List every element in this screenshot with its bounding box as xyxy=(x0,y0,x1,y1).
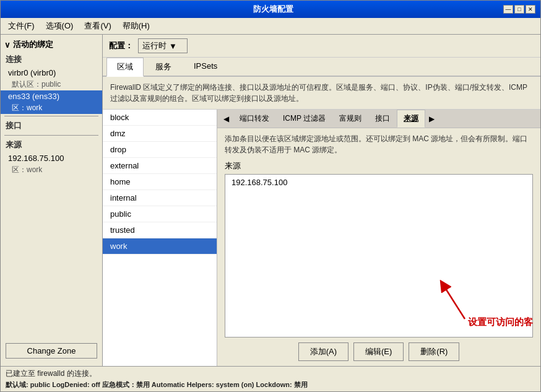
detail-tabs-right-arrow[interactable]: ▶ xyxy=(425,112,438,126)
status-bar: 已建立至 firewalld 的连接。 默认域: public LogDenie… xyxy=(1,366,540,391)
sources-description: 添加条目以便在该区域绑定源地址或范围。还可以绑定到 MAC 源地址，但会有所限制… xyxy=(225,133,533,155)
sidebar: ∨ 活动的绑定 连接 virbr0 (virbr0) 默认区：public en… xyxy=(1,35,103,366)
detail-tab-rich-rules[interactable]: 富规则 xyxy=(332,110,368,128)
sidebar-group-interfaces: 接口 xyxy=(1,118,102,133)
right-panel: 配置： 运行时 ▼ 区域 服务 IPSets FirewallD 区域定义了绑定… xyxy=(103,35,540,366)
delete-button[interactable]: 删除(R) xyxy=(409,342,459,361)
window-title: 防火墙配置 xyxy=(43,4,503,15)
zone-item-block[interactable]: block xyxy=(103,110,217,126)
window-controls: — □ ✕ xyxy=(503,5,535,14)
main-tabs: 区域 服务 IPSets xyxy=(103,58,540,77)
dropdown-arrow-icon: ▼ xyxy=(169,41,177,51)
config-bar: 配置： 运行时 ▼ xyxy=(103,35,540,58)
zone-list: block dmz drop external home internal pu… xyxy=(103,110,217,366)
detail-tabs-left-arrow[interactable]: ◀ xyxy=(220,112,233,126)
sidebar-item-ens33[interactable]: ens33 (ens33) xyxy=(1,90,102,102)
source-item-ip[interactable]: 192.168.75.100 xyxy=(225,175,532,190)
sidebar-section-label: 活动的绑定 xyxy=(13,39,53,50)
zone-item-public[interactable]: public xyxy=(103,206,217,222)
edit-button[interactable]: 编辑(E) xyxy=(353,342,404,361)
zone-item-external[interactable]: external xyxy=(103,158,217,174)
tab-zones[interactable]: 区域 xyxy=(106,58,144,77)
sources-buttons: 添加(A) 编辑(E) 删除(R) xyxy=(225,342,533,361)
detail-tab-sources[interactable]: 来源 xyxy=(397,110,425,128)
zone-item-work[interactable]: work xyxy=(103,238,217,255)
sidebar-section-active-bindings[interactable]: ∨ 活动的绑定 xyxy=(1,37,102,52)
sources-panel: 添加条目以便在该区域绑定源地址或范围。还可以绑定到 MAC 源地址，但会有所限制… xyxy=(217,128,540,366)
sources-list-wrapper: 192.168.75.100 设置可访问的客户机 xyxy=(225,174,533,338)
zone-item-home[interactable]: home xyxy=(103,174,217,190)
status-line1: 已建立至 firewalld 的连接。 xyxy=(6,368,535,379)
change-zone-button[interactable]: Change Zone xyxy=(6,343,97,359)
zone-item-dmz[interactable]: dmz xyxy=(103,126,217,142)
sources-list: 192.168.75.100 xyxy=(225,174,533,338)
title-bar: 防火墙配置 — □ ✕ xyxy=(1,1,540,18)
sidebar-divider-1 xyxy=(4,116,98,116)
collapse-arrow-icon: ∨ xyxy=(4,40,11,50)
menu-view[interactable]: 查看(V) xyxy=(79,19,116,33)
config-label: 配置： xyxy=(109,40,133,51)
tab-services[interactable]: 服务 xyxy=(145,58,182,76)
sidebar-divider-2 xyxy=(4,135,98,136)
menu-help[interactable]: 帮助(H) xyxy=(118,19,155,33)
sidebar-item-ip[interactable]: 192.168.75.100 xyxy=(1,152,102,164)
menu-bar: 文件(F) 选项(O) 查看(V) 帮助(H) xyxy=(1,18,540,35)
sidebar-item-virbr0-sub: 默认区：public xyxy=(1,79,102,90)
config-dropdown[interactable]: 运行时 ▼ xyxy=(138,38,188,53)
sidebar-item-ens33-sub: 区：work xyxy=(1,102,102,114)
sources-list-label: 来源 xyxy=(225,160,533,172)
zone-detail: ◀ 端口转发 ICMP 过滤器 富规则 接口 来源 ▶ 添加条目以便在该区域绑定… xyxy=(217,110,540,366)
zone-item-drop[interactable]: drop xyxy=(103,142,217,158)
tab-ipsets[interactable]: IPSets xyxy=(183,58,228,76)
main-content: ∨ 活动的绑定 连接 virbr0 (virbr0) 默认区：public en… xyxy=(1,35,540,366)
config-dropdown-value: 运行时 xyxy=(142,40,167,51)
detail-tab-interface[interactable]: 接口 xyxy=(368,110,397,128)
zone-item-trusted[interactable]: trusted xyxy=(103,222,217,238)
menu-options[interactable]: 选项(O) xyxy=(41,19,79,33)
sidebar-item-virbr0[interactable]: virbr0 (virbr0) xyxy=(1,67,102,79)
maximize-button[interactable]: □ xyxy=(514,5,524,14)
detail-tab-icmp[interactable]: ICMP 过滤器 xyxy=(276,110,332,128)
sidebar-group-connections: 连接 xyxy=(1,52,102,67)
panel-body: block dmz drop external home internal pu… xyxy=(103,110,540,366)
zone-item-internal[interactable]: internal xyxy=(103,190,217,206)
sidebar-group-sources: 来源 xyxy=(1,137,102,152)
detail-tab-port-forward[interactable]: 端口转发 xyxy=(233,110,276,128)
close-button[interactable]: ✕ xyxy=(526,5,535,14)
menu-file[interactable]: 文件(F) xyxy=(3,19,40,33)
add-button[interactable]: 添加(A) xyxy=(298,342,348,361)
minimize-button[interactable]: — xyxy=(503,5,513,14)
detail-tabs: ◀ 端口转发 ICMP 过滤器 富规则 接口 来源 ▶ xyxy=(217,110,540,128)
status-line2: 默认域: public LogDenied: off 应急模式：禁用 Autom… xyxy=(6,380,535,390)
sidebar-item-ip-sub: 区：work xyxy=(1,164,102,176)
zone-description: FirewallD 区域定义了绑定的网络连接、接口以及源地址的可信程度。区域是服… xyxy=(103,77,540,110)
main-window: 防火墙配置 — □ ✕ 文件(F) 选项(O) 查看(V) 帮助(H) ∨ 活动… xyxy=(0,0,541,392)
